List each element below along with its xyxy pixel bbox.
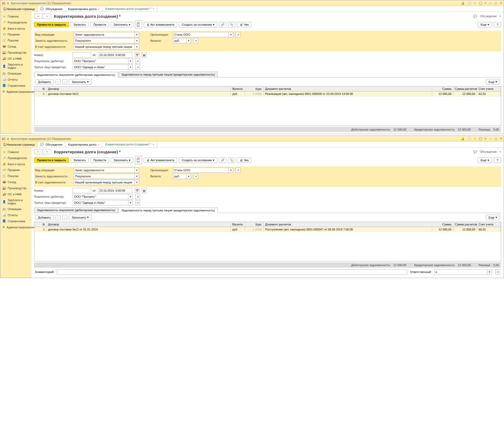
dropdown-icon[interactable]: ▾ xyxy=(134,32,139,37)
move-down-icon[interactable]: ↓ xyxy=(62,79,67,85)
tab-doc-create[interactable]: Корректировка долга (создание) * × xyxy=(103,142,157,147)
col-acc[interactable]: Счет учета xyxy=(477,86,501,91)
tab-receivable[interactable]: Задолженность покупателя (дебиторская за… xyxy=(34,207,118,213)
sidebar-item-assets[interactable]: 🚚ОС и НМА xyxy=(0,191,31,197)
save-button[interactable]: Записать xyxy=(71,158,89,163)
post-and-close-button[interactable]: Провести и закрыть xyxy=(34,158,69,163)
offset-input[interactable] xyxy=(74,38,134,43)
col-rate[interactable]: Курс xyxy=(245,86,264,91)
tab-doc-list[interactable]: Корректировка долга × xyxy=(65,142,102,147)
grid-more-button[interactable]: Еще ▾ xyxy=(486,79,500,85)
back-button[interactable]: ← xyxy=(34,14,43,18)
struct-button[interactable]: 🔗 xyxy=(219,22,226,27)
sidebar-item-purchases[interactable]: 🛒Покупки xyxy=(0,173,31,179)
main-menu-icon[interactable]: ≡ xyxy=(7,2,9,5)
ring-icon[interactable]: ◯ xyxy=(479,137,482,140)
third-input[interactable] xyxy=(73,200,128,205)
main-menu-icon[interactable]: ≡ xyxy=(7,137,9,140)
sidebar-item-production[interactable]: 🏭Производство xyxy=(0,49,31,55)
col-acc[interactable]: Счет учета xyxy=(477,222,501,227)
close-icon[interactable]: × xyxy=(98,7,100,11)
calendar-icon[interactable]: 📅 xyxy=(135,52,139,58)
date-input[interactable] xyxy=(98,188,132,193)
dropdown-icon[interactable]: ▾ xyxy=(128,58,133,64)
dropdown-icon[interactable]: ▾ xyxy=(134,174,139,179)
sidebar-item-main[interactable]: ≡Главное xyxy=(0,149,31,155)
col-cur[interactable]: Валюта xyxy=(231,222,245,227)
open-icon[interactable]: ↗ xyxy=(236,32,240,37)
sidebar-item-reports[interactable]: 📊Отчеты xyxy=(0,76,31,82)
against-input[interactable] xyxy=(74,44,134,49)
sidebar-item-reports[interactable]: 📊Отчеты xyxy=(0,212,31,218)
dropdown-icon[interactable]: ▾ xyxy=(228,168,233,173)
tab-payable[interactable]: Задолженность перед третьим лицом (креди… xyxy=(119,207,218,213)
tab-discussions[interactable]: 💬 Обсуждения xyxy=(38,142,65,147)
tab-home[interactable]: 🏠 Начальная страница xyxy=(0,142,38,147)
dropdown-icon[interactable]: ▾ xyxy=(186,174,191,179)
move-up-icon[interactable]: ↑ xyxy=(55,79,61,85)
cur-input[interactable] xyxy=(173,38,186,43)
open-icon[interactable]: ↗ xyxy=(193,38,198,43)
sidebar-item-operations[interactable]: ДтОперации xyxy=(0,206,31,212)
forward-button[interactable]: → xyxy=(43,149,51,154)
attach-button[interactable]: 📎 xyxy=(228,22,235,27)
col-doc[interactable]: Документ расчетов xyxy=(264,86,432,91)
fill-button[interactable]: Заполнить ▾ xyxy=(111,22,133,27)
col-sumr[interactable]: Сумма расчетов xyxy=(453,222,477,227)
open-icon[interactable]: ↗ xyxy=(495,269,500,275)
sidebar-item-bank[interactable]: 💰Банк и касса xyxy=(0,25,31,31)
grid-more-button[interactable]: Еще ▾ xyxy=(486,215,500,220)
close-icon[interactable]: × xyxy=(98,143,100,146)
col-contract[interactable]: Договор xyxy=(46,86,231,91)
close-window-icon[interactable]: ✕ xyxy=(500,1,502,5)
sidebar-item-admin[interactable]: ⚙Администрирование xyxy=(0,89,31,95)
open-icon[interactable]: ↗ xyxy=(135,200,140,205)
bell-icon[interactable]: 🔔 xyxy=(461,137,465,140)
create-based-button[interactable]: Создать на основании ▾ xyxy=(179,22,217,27)
dropdown-icon[interactable]: ▾ xyxy=(134,180,139,185)
dtkt-button[interactable]: ДтКт xyxy=(135,20,142,29)
open-icon[interactable]: ↗ xyxy=(236,168,240,173)
add-button[interactable]: Добавить xyxy=(35,79,54,85)
dropdown-icon[interactable]: ▾ xyxy=(128,64,133,70)
close-form-icon[interactable]: × xyxy=(500,150,501,153)
help-button[interactable]: ? xyxy=(494,158,501,163)
col-contract[interactable]: Договор xyxy=(46,222,231,227)
col-sum[interactable]: Сумма xyxy=(432,86,453,91)
post-button[interactable]: Провести xyxy=(90,158,109,163)
struct-button[interactable]: 🔗 xyxy=(219,158,226,163)
tab-discussions[interactable]: 💬 Обсуждения xyxy=(38,6,65,12)
tab-home[interactable]: 🏠 Начальная страница xyxy=(0,6,38,12)
dtkt-button[interactable]: ДтКт xyxy=(135,156,142,164)
date-input[interactable] xyxy=(98,52,132,58)
more-button[interactable]: Еще ▾ xyxy=(478,22,492,27)
cheque-button[interactable]: 🖨 Чек xyxy=(237,158,251,163)
col-n[interactable]: N xyxy=(34,222,46,227)
col-sum[interactable]: Сумма xyxy=(432,222,453,227)
sidebar-item-salary[interactable]: 👤Зарплата и кадры xyxy=(0,197,31,206)
number-input[interactable] xyxy=(73,52,91,58)
settings-icon[interactable]: ≡ xyxy=(485,1,486,5)
sidebar-item-main[interactable]: ≡Главное xyxy=(0,13,31,19)
move-up-icon[interactable]: ↑ xyxy=(55,215,61,220)
org-input[interactable] xyxy=(173,32,228,37)
sidebar-item-manager[interactable]: ↗Руководителю xyxy=(0,19,31,25)
dropdown-icon[interactable]: ▾ xyxy=(186,38,191,43)
op-type-input[interactable] xyxy=(74,32,134,37)
more-button[interactable]: Еще ▾ xyxy=(478,158,492,163)
buyer-input[interactable] xyxy=(73,58,128,64)
col-sumr[interactable]: Сумма расчетов xyxy=(453,86,477,91)
sidebar-item-catalogs[interactable]: 📘Справочники xyxy=(0,218,31,224)
maximize-icon[interactable]: ▢ xyxy=(494,1,497,5)
offset-act-button[interactable]: 🖨 Акт взаимозачета xyxy=(144,22,177,27)
sidebar-item-salary[interactable]: 👤Зарплата и кадры xyxy=(0,62,31,71)
add-button[interactable]: Добавить xyxy=(35,215,54,220)
cheque-button[interactable]: 🖨 Чек xyxy=(237,22,251,27)
tab-doc-list[interactable]: Корректировка долга × xyxy=(65,6,102,12)
cur-input[interactable] xyxy=(173,174,186,179)
sidebar-item-production[interactable]: 🏭Производство xyxy=(0,185,31,191)
discuss-label[interactable]: Обсуждение xyxy=(480,15,497,18)
tab-payable[interactable]: Задолженность перед третьим лицом (креди… xyxy=(119,72,218,77)
grid-fill-button[interactable]: Заполнить ▾ xyxy=(69,215,92,220)
org-input[interactable] xyxy=(173,168,228,173)
